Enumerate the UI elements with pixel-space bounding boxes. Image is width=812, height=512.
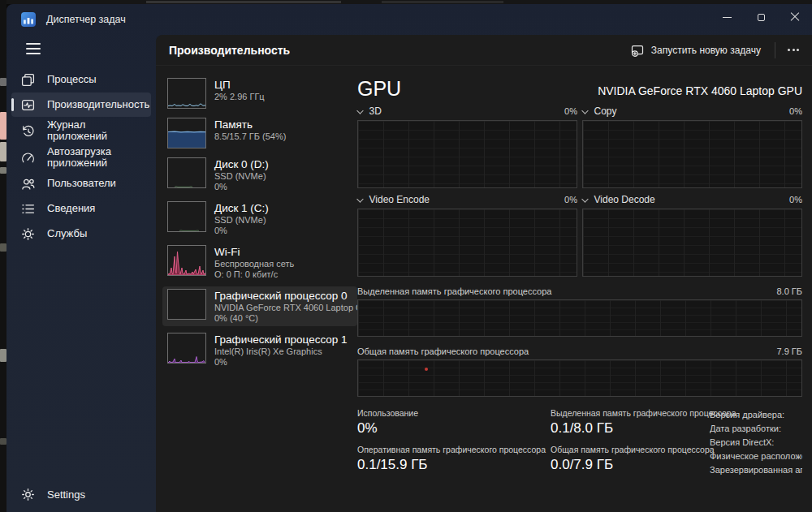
metric-list: ЦП 2% 2.96 ГГц Память 8.5/15.7 ГБ (54%) xyxy=(156,66,357,512)
gpu-stats: Использование 0% Оперативная память граф… xyxy=(357,408,802,481)
main-header: Производительность Запустить новую задач… xyxy=(156,35,812,66)
gpu0-mini-chart xyxy=(167,289,206,320)
startup-speedometer-icon xyxy=(21,151,35,165)
physical-location-label: Физическое расположен... xyxy=(710,450,802,463)
metric-wifi[interactable]: Wi-Fi Беспроводная сеть О: 0 П: 0 кбит/с xyxy=(162,243,357,282)
gpu1-mini-chart xyxy=(167,333,206,364)
metric-gpu1[interactable]: Графический процессор 1 Intel(R) Iris(R)… xyxy=(162,330,357,370)
maximize-button[interactable] xyxy=(744,4,778,30)
toolbar-divider xyxy=(775,42,775,58)
chart-copy-plot xyxy=(582,120,802,188)
sidebar-item-settings[interactable]: Settings xyxy=(11,481,151,507)
dedicated-memory-chart: Выделенная память графического процессор… xyxy=(357,286,802,337)
sidebar-item-startup-apps[interactable]: Автозагрузка приложений xyxy=(11,144,151,170)
chart-video-encode-plot xyxy=(357,209,577,277)
gpu-name: NVIDIA GeForce RTX 4060 Laptop GPU xyxy=(598,84,802,100)
performance-pulse-icon xyxy=(21,98,35,112)
chart-video-decode-plot xyxy=(582,209,802,277)
disk1-mini-chart xyxy=(167,201,206,232)
run-new-task-button[interactable]: Запустить новую задачу xyxy=(623,39,769,62)
wifi-mini-chart xyxy=(167,245,206,276)
sidebar-item-performance[interactable]: Производительность xyxy=(11,93,151,117)
gpu-detail-panel: GPU NVIDIA GeForce RTX 4060 Laptop GPU 3… xyxy=(357,66,812,512)
stat-gpu-ram: Оперативная память графического процессо… xyxy=(357,445,551,473)
sidebar-item-details[interactable]: Сведения xyxy=(11,196,151,221)
hamburger-menu-button[interactable] xyxy=(26,43,41,54)
directx-version-label: Версия DirectX: xyxy=(710,436,802,450)
metric-memory[interactable]: Память 8.5/15.7 ГБ (54%) xyxy=(162,115,357,151)
chevron-down-icon[interactable] xyxy=(357,196,364,202)
chart-copy: Copy 0% xyxy=(582,100,802,188)
chart-video-decode: Video Decode 0% xyxy=(582,188,802,277)
sidebar-item-services[interactable]: Службы xyxy=(11,222,151,246)
driver-version-label: Версия драйвера: xyxy=(710,408,802,422)
window-controls xyxy=(710,4,812,30)
driver-date-label: Дата разработки: xyxy=(710,422,802,436)
main-panel: Производительность Запустить новую задач… xyxy=(156,35,812,512)
window-title: Диспетчер задач xyxy=(46,14,126,25)
reserved-hw-memory-label: Зарезервированная аппа... xyxy=(710,463,802,477)
close-button[interactable] xyxy=(778,4,812,30)
memory-mini-chart xyxy=(167,118,206,148)
window-plus-icon xyxy=(631,44,644,57)
chevron-down-icon[interactable] xyxy=(357,107,364,114)
task-manager-window: Диспетчер задач Процессы xyxy=(6,4,812,512)
sidebar: Процессы Производительность Журнал прило… xyxy=(6,35,156,512)
sidebar-nav: Процессы Производительность Журнал прило… xyxy=(6,67,156,246)
performance-content: ЦП 2% 2.96 ГГц Память 8.5/15.7 ГБ (54%) xyxy=(156,66,812,512)
metric-disk0[interactable]: Диск 0 (D:) SSD (NVMe) 0% xyxy=(162,155,357,195)
minimize-icon xyxy=(723,17,732,18)
desktop-background-left xyxy=(0,0,6,512)
close-icon xyxy=(790,12,800,22)
services-gear-icon xyxy=(21,227,35,241)
metric-disk1[interactable]: Диск 1 (C:) SSD (NVMe) 0% xyxy=(162,199,357,239)
stat-shared-memory: Общая память графического процессора 0.0… xyxy=(551,445,710,473)
stat-dedicated-memory: Выделенная память графического процессор… xyxy=(551,408,710,437)
shared-memory-plot xyxy=(357,359,802,397)
metric-gpu0[interactable]: Графический процессор 0 NVIDIA GeForce R… xyxy=(162,286,357,326)
shared-memory-chart: Общая память графического процессора 7.9… xyxy=(357,346,802,397)
minimize-button[interactable] xyxy=(710,4,744,30)
metric-cpu[interactable]: ЦП 2% 2.96 ГГц xyxy=(162,75,357,111)
page-title: Производительность xyxy=(169,44,290,57)
disk0-mini-chart xyxy=(167,157,206,188)
stat-utilization: Использование 0% xyxy=(357,408,551,437)
history-clock-icon xyxy=(21,124,35,138)
more-options-button[interactable] xyxy=(781,40,806,61)
driver-info: Версия драйвера: Дата разработки: Версия… xyxy=(710,408,802,481)
notification-dot xyxy=(425,368,428,371)
chevron-down-icon[interactable] xyxy=(582,107,589,114)
settings-gear-icon xyxy=(21,488,35,501)
chart-video-encode: Video Encode 0% xyxy=(357,188,577,277)
chevron-down-icon[interactable] xyxy=(582,196,589,202)
cpu-mini-chart xyxy=(167,78,206,109)
chart-3d: 3D 0% xyxy=(357,100,577,188)
sidebar-item-users[interactable]: Пользователи xyxy=(11,171,151,196)
processes-grid-icon xyxy=(21,73,35,87)
dedicated-memory-plot xyxy=(357,299,802,337)
details-list-icon xyxy=(21,202,35,216)
sidebar-item-processes[interactable]: Процессы xyxy=(11,67,151,92)
users-icon xyxy=(21,177,35,191)
titlebar: Диспетчер задач xyxy=(6,4,812,35)
task-manager-icon xyxy=(21,12,36,27)
maximize-icon xyxy=(758,14,765,21)
chart-3d-plot xyxy=(357,120,577,188)
selected-indicator xyxy=(11,98,14,111)
sidebar-item-app-history[interactable]: Журнал приложений xyxy=(11,118,151,144)
gpu-title: GPU xyxy=(357,77,401,100)
